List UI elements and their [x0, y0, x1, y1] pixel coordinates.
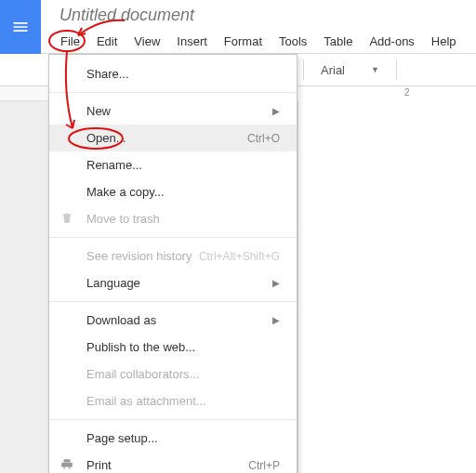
submenu-arrow-icon: ▶	[272, 278, 280, 288]
menu-edit[interactable]: Edit	[88, 31, 126, 52]
menu-item-make-copy[interactable]: Make a copy...	[49, 178, 297, 205]
menu-table[interactable]: Table	[315, 31, 361, 52]
menu-label: New	[86, 104, 272, 118]
menu-label: Move to trash	[86, 212, 280, 226]
menu-separator	[49, 301, 297, 302]
toolbar-divider	[303, 59, 304, 80]
menu-view[interactable]: View	[126, 31, 168, 52]
docs-logo[interactable]	[0, 0, 41, 54]
menu-item-download-as[interactable]: Download as ▶	[49, 307, 297, 334]
print-icon	[60, 457, 73, 473]
menu-separator	[49, 92, 297, 93]
menu-item-rename[interactable]: Rename...	[49, 151, 297, 178]
ruler-number: 2	[404, 87, 410, 98]
menu-item-email-collaborators: Email collaborators...	[49, 361, 297, 388]
menu-item-new[interactable]: New ▶	[49, 98, 297, 125]
menu-label: See revision history	[86, 249, 199, 263]
menubar: File Edit View Insert Format Tools Table…	[41, 31, 476, 52]
toolbar-divider	[396, 59, 397, 80]
menu-label: Page setup...	[86, 431, 280, 445]
menu-file[interactable]: File	[52, 31, 88, 52]
submenu-arrow-icon: ▶	[272, 106, 280, 116]
menu-label: Print	[86, 458, 248, 472]
submenu-arrow-icon: ▶	[272, 315, 280, 325]
trash-icon	[60, 211, 73, 227]
menu-item-email-attachment: Email as attachment...	[49, 388, 297, 414]
menu-help[interactable]: Help	[423, 31, 465, 52]
document-title[interactable]: Untitled document	[41, 6, 476, 31]
menu-shortcut: Ctrl+P	[248, 459, 280, 472]
header-content: Untitled document File Edit View Insert …	[41, 0, 476, 52]
font-selector[interactable]: Arial ▼	[313, 59, 387, 81]
menu-shortcut: Ctrl+Alt+Shift+G	[199, 250, 280, 263]
menu-item-revision-history: See revision history Ctrl+Alt+Shift+G	[49, 243, 297, 269]
menu-item-share[interactable]: Share...	[49, 60, 297, 87]
menu-label: Email as attachment...	[86, 394, 280, 408]
font-name: Arial	[321, 63, 345, 77]
menu-item-publish-web[interactable]: Publish to the web...	[49, 334, 297, 361]
menu-label: Download as	[86, 313, 272, 327]
menu-label: Make a copy...	[86, 185, 280, 199]
file-menu: Share... New ▶ Open... Ctrl+O Rename... …	[48, 54, 298, 473]
menu-format[interactable]: Format	[216, 31, 271, 52]
menu-separator	[49, 419, 297, 420]
menu-item-move-to-trash: Move to trash	[49, 205, 297, 232]
menu-separator	[49, 237, 297, 238]
menu-item-print[interactable]: Print Ctrl+P	[49, 452, 297, 473]
page[interactable]	[298, 101, 476, 473]
menu-label: Language	[86, 276, 272, 290]
menu-label: Email collaborators...	[86, 367, 280, 381]
menu-item-page-setup[interactable]: Page setup...	[49, 425, 297, 452]
menu-label: Share...	[86, 67, 280, 81]
menu-label: Open...	[86, 131, 247, 145]
menu-insert[interactable]: Insert	[168, 31, 216, 52]
dropdown-arrow-icon: ▼	[371, 65, 379, 74]
ruler[interactable]: 2	[298, 86, 476, 101]
menu-item-language[interactable]: Language ▶	[49, 269, 297, 296]
menu-label: Publish to the web...	[86, 340, 280, 354]
menu-shortcut: Ctrl+O	[247, 132, 280, 145]
menu-label: Rename...	[86, 158, 280, 172]
menu-tools[interactable]: Tools	[271, 31, 315, 52]
menu-addons[interactable]: Add-ons	[361, 31, 422, 52]
menu-item-open[interactable]: Open... Ctrl+O	[49, 125, 297, 151]
header: Untitled document File Edit View Insert …	[0, 0, 476, 54]
hamburger-doc-icon	[11, 18, 30, 36]
